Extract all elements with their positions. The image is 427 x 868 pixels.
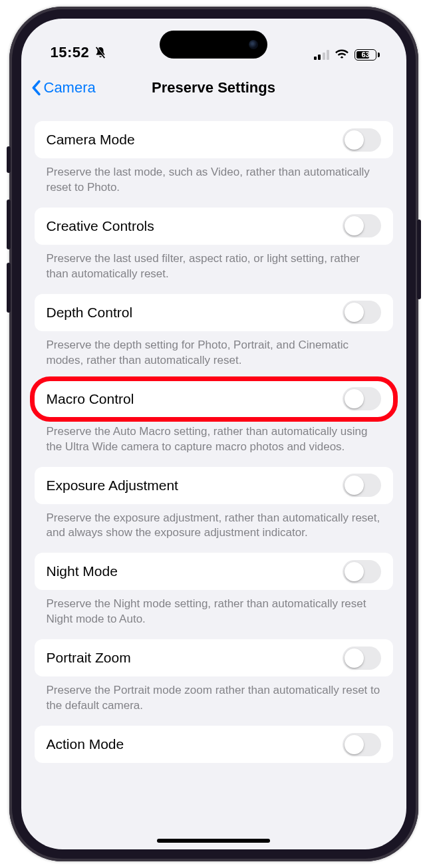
navigation-bar: Camera Preserve Settings [21, 71, 406, 105]
toggle-switch[interactable] [343, 214, 381, 237]
setting-label: Macro Control [47, 391, 134, 407]
setting-group: Night ModePreserve the Night mode settin… [35, 553, 393, 627]
home-indicator[interactable] [157, 839, 270, 843]
side-button-vol-down [7, 263, 11, 313]
setting-group: Portrait ZoomPreserve the Portrait mode … [35, 639, 393, 714]
setting-label: Exposure Adjustment [47, 478, 178, 494]
toggle-switch[interactable] [343, 301, 381, 324]
setting-row[interactable]: Action Mode [35, 726, 393, 763]
toggle-switch[interactable] [343, 474, 381, 497]
toggle-knob [345, 649, 364, 668]
toggle-knob [345, 389, 364, 408]
chevron-left-icon [31, 80, 41, 96]
status-time: 15:52 [51, 44, 90, 61]
setting-row[interactable]: Depth Control [35, 294, 393, 331]
setting-footer: Preserve the depth setting for Photo, Po… [35, 331, 393, 368]
setting-row[interactable]: Camera Mode [35, 121, 393, 158]
settings-list[interactable]: Camera ModePreserve the last mode, such … [21, 105, 406, 849]
setting-label: Portrait Zoom [47, 650, 131, 666]
setting-label: Action Mode [47, 736, 124, 752]
setting-footer: Preserve the last used filter, aspect ra… [35, 245, 393, 282]
phone-frame: 15:52 63 [9, 7, 418, 861]
cell-signal-icon [314, 50, 330, 60]
setting-row[interactable]: Night Mode [35, 553, 393, 590]
setting-label: Night Mode [47, 563, 118, 579]
setting-row[interactable]: Creative Controls [35, 208, 393, 245]
toggle-knob [345, 562, 364, 581]
setting-footer: Preserve the Portrait mode zoom rather t… [35, 676, 393, 714]
setting-label: Depth Control [47, 305, 133, 321]
setting-group: Creative ControlsPreserve the last used … [35, 208, 393, 282]
toggle-knob [345, 130, 364, 150]
dynamic-island [160, 31, 267, 59]
toggle-knob [345, 735, 364, 754]
toggle-switch[interactable] [343, 387, 381, 410]
page-title: Preserve Settings [152, 79, 275, 96]
toggle-switch[interactable] [343, 647, 381, 670]
screen: 15:52 63 [21, 19, 406, 849]
toggle-knob [345, 303, 364, 322]
setting-group: Action Mode [35, 726, 393, 763]
setting-group: Macro ControlPreserve the Auto Macro set… [35, 380, 393, 455]
setting-row[interactable]: Macro Control [35, 380, 393, 418]
setting-group: Camera ModePreserve the last mode, such … [35, 121, 393, 196]
setting-footer: Preserve the Night mode setting, rather … [35, 590, 393, 627]
battery-icon: 63 [355, 49, 380, 61]
side-button-silence [7, 146, 11, 173]
side-button-vol-up [7, 200, 11, 249]
toggle-switch[interactable] [343, 733, 381, 756]
back-button[interactable]: Camera [31, 79, 96, 96]
toggle-knob [345, 476, 364, 495]
toggle-switch[interactable] [343, 560, 381, 583]
setting-row[interactable]: Exposure Adjustment [35, 467, 393, 504]
toggle-switch[interactable] [343, 128, 381, 152]
battery-percentage: 63 [361, 51, 369, 59]
silent-mode-icon [94, 46, 106, 59]
front-camera-icon [249, 40, 258, 49]
setting-footer: Preserve the last mode, such as Video, r… [35, 158, 393, 196]
setting-row[interactable]: Portrait Zoom [35, 639, 393, 676]
setting-footer: Preserve the Auto Macro setting, rather … [35, 418, 393, 455]
setting-group: Depth ControlPreserve the depth setting … [35, 294, 393, 368]
toggle-knob [345, 216, 364, 235]
back-label: Camera [44, 79, 96, 96]
setting-footer: Preserve the exposure adjustment, rather… [35, 504, 393, 541]
side-button-power [417, 219, 421, 299]
setting-label: Camera Mode [47, 132, 135, 148]
setting-label: Creative Controls [47, 218, 154, 234]
wifi-icon [335, 48, 349, 61]
setting-group: Exposure AdjustmentPreserve the exposure… [35, 467, 393, 541]
